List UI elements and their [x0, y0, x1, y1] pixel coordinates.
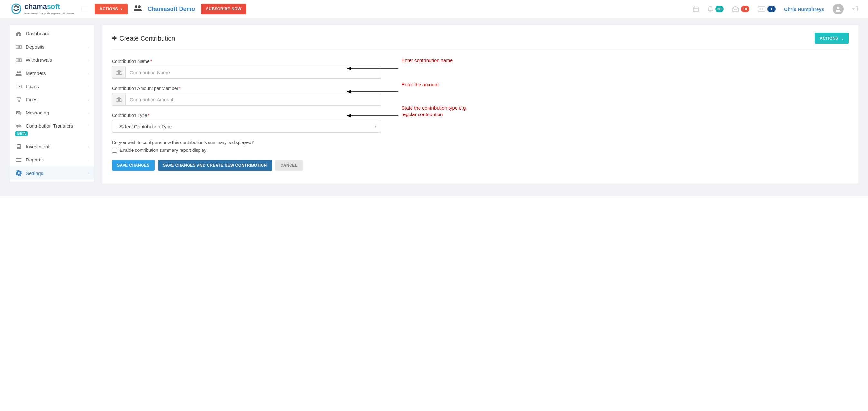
menu-toggle-icon[interactable]	[80, 5, 89, 12]
svg-point-4	[138, 5, 141, 8]
amount-input-wrap	[112, 93, 381, 106]
sidebar-item-investments[interactable]: Investments ‹	[10, 140, 94, 153]
svg-point-7	[761, 8, 763, 10]
sidebar-item-loans[interactable]: Loans ‹	[10, 80, 94, 93]
type-label: Contribution Type*	[112, 113, 381, 118]
mail-icon[interactable]: 10	[732, 6, 749, 12]
save-and-new-button[interactable]: Save Changes and Create New Contribution	[158, 160, 272, 171]
svg-rect-21	[18, 146, 18, 147]
chevron-left-icon: ‹	[88, 98, 89, 102]
header-actions-button[interactable]: Actions ▾	[95, 4, 128, 14]
sidebar-item-dashboard[interactable]: Dashboard	[10, 27, 94, 40]
sidebar-item-reports[interactable]: Reports ‹	[10, 153, 94, 166]
notif-badge: 20	[715, 6, 723, 12]
form: Contribution Name* Contribution Amount p…	[112, 59, 381, 171]
field-contribution-type: Contribution Type* --Select Contribution…	[112, 113, 381, 133]
svg-rect-15	[16, 85, 21, 88]
sidebar-item-fines[interactable]: Fines ‹	[10, 93, 94, 106]
subscribe-button[interactable]: Subscribe Now	[201, 4, 247, 14]
summary-checkbox-row[interactable]: Enable contribution summary report displ…	[112, 148, 381, 153]
topbar: chamasoft Investment Group Management So…	[0, 0, 868, 18]
chevron-down-icon: ▾	[121, 7, 123, 11]
chat-icon	[16, 110, 22, 116]
username[interactable]: Chris Humphreys	[784, 6, 824, 12]
transfer-icon	[16, 124, 22, 128]
svg-rect-30	[121, 72, 121, 74]
field-contribution-name: Contribution Name*	[112, 59, 381, 79]
svg-rect-24	[16, 158, 21, 159]
group-icon	[133, 5, 142, 13]
brand-secondary: soft	[47, 3, 60, 11]
beta-badge: BETA	[16, 131, 28, 136]
panel-title: ✚ Create Contribution	[112, 35, 175, 42]
chevron-left-icon: ‹	[88, 171, 89, 175]
name-input-wrap	[112, 66, 381, 79]
save-new-label: Save Changes and Create New Contribution	[163, 163, 267, 167]
name-label: Contribution Name*	[112, 59, 381, 64]
svg-rect-29	[119, 72, 120, 74]
summary-question: Do you wish to configure how this contri…	[112, 140, 381, 145]
panel-actions-button[interactable]: Actions ⌄	[815, 33, 849, 44]
chevron-left-icon: ‹	[88, 85, 89, 89]
svg-point-8	[837, 7, 839, 9]
svg-point-14	[19, 71, 21, 73]
calendar-icon[interactable]	[693, 6, 699, 12]
svg-rect-26	[16, 161, 21, 162]
chevron-down-icon: ⌄	[841, 37, 844, 40]
gear-icon	[16, 170, 22, 176]
chevron-left-icon: ‹	[88, 58, 89, 62]
chevron-down-icon: ▾	[375, 124, 377, 129]
sidebar-label: Withdrawals	[26, 57, 52, 63]
header-actions-label: Actions	[100, 7, 118, 11]
sidebar-label: Dashboard	[26, 31, 49, 36]
chevron-left-icon: ‹	[88, 145, 89, 149]
brand-logo[interactable]: chamasoft Investment Group Management So…	[10, 3, 74, 15]
sidebar-item-members[interactable]: Members ‹	[10, 67, 94, 80]
brand-primary: chama	[25, 3, 47, 11]
list-icon	[16, 158, 22, 162]
svg-rect-11	[16, 59, 21, 62]
svg-rect-32	[117, 99, 117, 101]
summary-checkbox[interactable]	[112, 148, 117, 153]
svg-point-1	[18, 6, 19, 8]
main-panel: ✚ Create Contribution Actions ⌄ Contribu…	[102, 25, 858, 184]
sidebar-label: Messaging	[26, 110, 49, 116]
save-button[interactable]: Save Changes	[112, 160, 155, 171]
form-buttons: Save Changes Save Changes and Create New…	[112, 160, 381, 171]
money-icon	[16, 58, 22, 62]
svg-rect-18	[18, 145, 18, 146]
sidebar-item-contribution-transfers[interactable]: Contribution Transfers BETA ‹	[10, 119, 94, 140]
bell-icon[interactable]: 20	[708, 6, 723, 12]
bank-icon	[112, 66, 126, 78]
sidebar-item-deposits[interactable]: Deposits ‹	[10, 40, 94, 53]
sidebar-item-messaging[interactable]: Messaging ‹	[10, 106, 94, 119]
svg-rect-25	[16, 159, 21, 160]
contribution-name-input[interactable]	[126, 66, 381, 78]
svg-rect-19	[18, 145, 19, 146]
contribution-amount-input[interactable]	[126, 93, 381, 105]
money-icon	[16, 45, 22, 49]
logout-icon[interactable]	[852, 5, 858, 13]
panel-header: ✚ Create Contribution Actions ⌄	[112, 33, 849, 50]
bank-icon	[112, 93, 126, 105]
wallet-icon[interactable]: 1	[758, 6, 776, 12]
sidebar-item-settings[interactable]: Settings ‹	[10, 166, 94, 180]
svg-rect-28	[118, 72, 119, 74]
contribution-type-select[interactable]: --Select Contribution Type-- ▾	[112, 120, 381, 133]
chevron-left-icon: ‹	[88, 71, 89, 75]
svg-rect-5	[693, 7, 699, 11]
building-icon	[16, 144, 22, 149]
svg-rect-6	[758, 7, 765, 11]
sidebar-label: Loans	[26, 84, 39, 89]
group-name[interactable]: Chamasoft Demo	[148, 6, 195, 12]
annotation-3: State the contribution type e.g. regular…	[402, 105, 472, 118]
cancel-button[interactable]: Cancel	[275, 160, 303, 171]
svg-rect-23	[19, 146, 20, 147]
sidebar-item-withdrawals[interactable]: Withdrawals ‹	[10, 53, 94, 67]
select-value: --Select Contribution Type--	[116, 124, 175, 129]
checkbox-label: Enable contribution summary report displ…	[120, 148, 206, 153]
avatar[interactable]	[833, 4, 843, 14]
svg-point-2	[16, 5, 17, 7]
svg-rect-34	[119, 99, 120, 101]
amount-label: Contribution Amount per Member*	[112, 86, 381, 91]
